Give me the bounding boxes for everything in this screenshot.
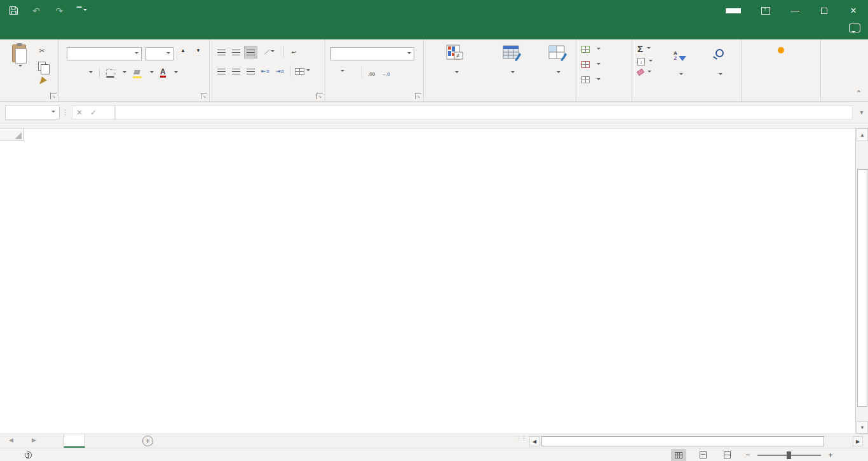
- minimize-button[interactable]: —: [780, 0, 810, 21]
- decrease-indent-button[interactable]: ⇤≡: [259, 65, 272, 78]
- sort-filter-button[interactable]: AZ: [660, 45, 700, 78]
- font-name-select[interactable]: [67, 47, 142, 60]
- font-dialog-launcher[interactable]: ↘: [201, 93, 207, 99]
- alignment-dialog-launcher[interactable]: ↘: [316, 93, 323, 99]
- find-select-icon: [715, 45, 724, 61]
- underline-dropdown[interactable]: [89, 71, 93, 75]
- confirm-entry-icon[interactable]: ✓: [86, 108, 100, 117]
- vertical-scroll-thumb[interactable]: [857, 169, 867, 407]
- group-addins: [742, 39, 821, 101]
- restore-button[interactable]: [810, 0, 839, 21]
- sheet-tab-active[interactable]: [64, 434, 85, 448]
- decrease-decimal-button[interactable]: →,0: [381, 67, 390, 77]
- fill-color-icon[interactable]: [133, 70, 142, 76]
- format-cells-button[interactable]: [581, 76, 600, 83]
- scroll-up-button[interactable]: ▲: [857, 128, 868, 141]
- delete-cells-icon: [581, 61, 590, 68]
- comment-icon[interactable]: [849, 24, 860, 32]
- copy-icon[interactable]: [37, 61, 47, 71]
- clear-button[interactable]: [637, 70, 653, 74]
- svg-text:≠: ≠: [456, 52, 460, 59]
- cell-styles-button[interactable]: [539, 45, 575, 76]
- group-number: ,00 →,0 ↘: [325, 39, 424, 101]
- formula-input[interactable]: [115, 106, 853, 120]
- decrease-font-button[interactable]: ▼: [194, 48, 201, 53]
- zoom-in-button[interactable]: +: [826, 450, 835, 460]
- signin-button[interactable]: [726, 8, 741, 13]
- group-styles: ≠: [424, 39, 576, 101]
- group-cells: [576, 39, 632, 101]
- close-button[interactable]: ×: [839, 0, 868, 21]
- cancel-entry-icon[interactable]: ✕: [72, 108, 86, 117]
- excel-window: ↶ ↷ ▔ — × ✂ ↘: [0, 0, 868, 461]
- sheet-tab-bar: ◀ ▶ + ⋮⋮ ◀ ▶: [0, 434, 868, 448]
- paste-icon: [12, 45, 26, 62]
- insert-cells-icon: [581, 46, 590, 53]
- new-sheet-button[interactable]: +: [142, 436, 153, 446]
- number-dialog-launcher[interactable]: ↘: [415, 93, 421, 99]
- hscroll-left-button[interactable]: ◀: [529, 436, 539, 446]
- name-box-dropdown[interactable]: [51, 111, 55, 114]
- worksheet-grid: [0, 128, 855, 434]
- accounting-dropdown[interactable]: [341, 70, 344, 74]
- insert-cells-button[interactable]: [581, 46, 600, 53]
- conditional-formatting-button[interactable]: ≠: [428, 45, 484, 76]
- accessibility-icon: [24, 451, 32, 459]
- merge-center-button[interactable]: [294, 65, 311, 78]
- zoom-slider-thumb[interactable]: [787, 451, 791, 459]
- increase-decimal-button[interactable]: ,00: [368, 67, 375, 77]
- number-format-select[interactable]: [330, 47, 414, 60]
- view-page-layout-button[interactable]: [695, 449, 710, 461]
- addins-button[interactable]: [750, 47, 811, 61]
- sheet-nav-next-icon[interactable]: ▶: [32, 437, 36, 443]
- borders-dropdown[interactable]: [123, 71, 126, 75]
- align-top-button[interactable]: [215, 46, 228, 58]
- fill-button[interactable]: ↓: [637, 58, 653, 65]
- format-as-table-icon: [502, 45, 521, 61]
- sheet-nav-prev-icon[interactable]: ◀: [9, 437, 13, 443]
- increase-font-button[interactable]: ▲: [179, 48, 186, 53]
- addins-icon: [778, 47, 784, 53]
- sort-filter-icon: AZ: [674, 45, 686, 61]
- align-middle-button[interactable]: [229, 46, 243, 58]
- cut-icon[interactable]: ✂: [37, 46, 47, 56]
- font-color-icon[interactable]: A: [160, 69, 166, 78]
- hscroll-right-button[interactable]: ▶: [853, 436, 863, 446]
- scroll-down-button[interactable]: ▼: [857, 421, 868, 434]
- status-bar: − +: [0, 448, 868, 461]
- select-all-button[interactable]: [0, 128, 24, 141]
- zoom-out-button[interactable]: −: [743, 450, 752, 460]
- collapse-ribbon-button[interactable]: ⌃: [856, 89, 862, 97]
- view-normal-button[interactable]: [671, 449, 686, 461]
- vertical-scrollbar[interactable]: ▲ ▼: [855, 128, 868, 434]
- fill-color-dropdown[interactable]: [150, 71, 154, 75]
- font-color-dropdown[interactable]: [174, 71, 178, 75]
- tab-split-handle[interactable]: ⋮⋮: [516, 437, 519, 445]
- increase-indent-button[interactable]: ⇥≡: [273, 65, 287, 78]
- align-center-button[interactable]: [229, 65, 243, 78]
- borders-icon[interactable]: [106, 69, 114, 78]
- ribbon-display-options-icon[interactable]: [751, 0, 780, 21]
- ribbon: ✂ ↘ ▲ ▼ A: [0, 39, 868, 102]
- format-cells-icon: [581, 76, 590, 83]
- conditional-formatting-icon: ≠: [446, 45, 465, 61]
- align-right-button[interactable]: [244, 65, 257, 78]
- delete-cells-button[interactable]: [581, 61, 600, 68]
- align-left-button[interactable]: [215, 65, 228, 78]
- align-bottom-button[interactable]: [244, 46, 257, 58]
- view-page-break-button[interactable]: [719, 449, 735, 461]
- name-box[interactable]: [5, 106, 60, 120]
- orientation-button[interactable]: ⟋: [259, 46, 280, 58]
- wrap-text-button[interactable]: ↩: [287, 46, 301, 58]
- clipboard-dialog-launcher[interactable]: ↘: [50, 93, 57, 99]
- horizontal-scroll-thumb[interactable]: [541, 436, 824, 446]
- find-select-button[interactable]: [698, 45, 740, 78]
- paste-button[interactable]: [6, 45, 32, 69]
- autosum-button[interactable]: Σ: [637, 45, 653, 53]
- expand-formula-bar-icon[interactable]: ▼: [855, 109, 868, 116]
- format-painter-icon[interactable]: [37, 76, 47, 86]
- format-as-table-button[interactable]: [485, 45, 538, 76]
- zoom-slider[interactable]: [757, 455, 821, 456]
- font-size-select[interactable]: [146, 47, 173, 60]
- group-alignment: ⟋ ↩ ⇤≡ ⇥≡ ↘: [210, 39, 325, 101]
